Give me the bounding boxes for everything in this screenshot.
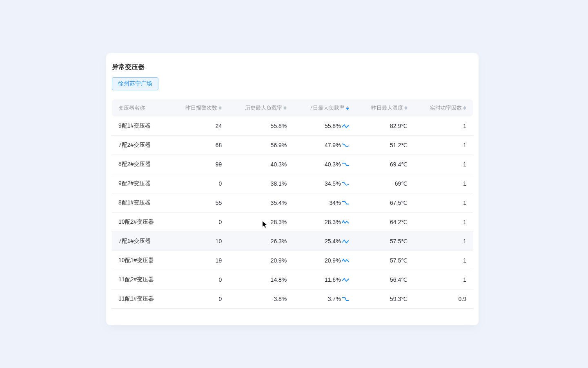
temp-cell: 64.2℃ (356, 213, 414, 232)
transformer-table: 变压器名称昨日报警次数历史最大负载率7日最大负载率昨日最大温度实时功率因数 9配… (112, 99, 473, 309)
sparkline-icon (342, 277, 349, 282)
pf-cell: 1 (414, 251, 473, 270)
column-header[interactable]: 实时功率因数 (414, 99, 473, 117)
hist-max-cell: 14.8% (228, 270, 293, 289)
table-row[interactable]: 11配1#变压器03.8%3.7%59.3℃0.9 (112, 289, 473, 309)
name-cell: 7配2#变压器 (112, 136, 170, 155)
sort-icon[interactable] (463, 106, 466, 110)
sparkline-icon (342, 123, 349, 128)
name-cell: 10配2#变压器 (112, 213, 170, 232)
column-label: 变压器名称 (118, 104, 145, 112)
alarms-cell: 55 (170, 193, 229, 213)
d7-max-value: 3.7% (328, 296, 341, 302)
sort-icon[interactable] (218, 106, 222, 110)
name-cell: 10配1#变压器 (112, 251, 170, 270)
d7-max-cell: 34% (293, 193, 355, 213)
location-tag[interactable]: 徐州苏宁广场 (112, 77, 158, 90)
temp-cell: 51.2℃ (356, 136, 414, 155)
temp-cell: 57.5℃ (356, 251, 414, 270)
sort-icon[interactable] (404, 106, 408, 110)
column-label: 实时功率因数 (430, 104, 462, 112)
pf-cell: 1 (414, 213, 473, 232)
name-cell: 8配1#变压器 (112, 193, 170, 213)
pf-cell: 1 (414, 232, 473, 251)
d7-max-value: 55.8% (325, 123, 341, 129)
alarms-cell: 24 (170, 117, 229, 136)
column-header[interactable]: 昨日最大温度 (356, 99, 414, 117)
table-header-row: 变压器名称昨日报警次数历史最大负载率7日最大负载率昨日最大温度实时功率因数 (112, 99, 473, 117)
table-row[interactable]: 9配1#变压器2455.8%55.8%82.9℃1 (112, 117, 473, 136)
alarms-cell: 99 (170, 155, 229, 174)
d7-max-value: 20.9% (325, 257, 341, 264)
d7-max-value: 28.3% (325, 219, 341, 225)
table-row[interactable]: 10配2#变压器028.3%28.3%64.2℃1 (112, 213, 473, 232)
pf-cell: 1 (414, 174, 473, 193)
hist-max-cell: 26.3% (228, 232, 293, 251)
table-body: 9配1#变压器2455.8%55.8%82.9℃17配2#变压器6856.9%4… (112, 117, 473, 309)
alarms-cell: 0 (170, 289, 229, 309)
abnormal-transformer-card: 异常变压器 徐州苏宁广场 变压器名称昨日报警次数历史最大负载率7日最大负载率昨日… (106, 53, 479, 325)
pf-cell: 1 (414, 193, 473, 213)
table-row[interactable]: 7配1#变压器1026.3%25.4%57.5℃1 (112, 232, 473, 251)
table-row[interactable]: 8配1#变压器5535.4%34%67.5℃1 (112, 193, 473, 213)
d7-max-value: 47.9% (325, 142, 341, 148)
table-row[interactable]: 10配1#变压器1920.9%20.9%57.5℃1 (112, 251, 473, 270)
d7-max-cell: 25.4% (293, 232, 355, 251)
d7-max-cell: 11.6% (293, 270, 355, 289)
table-row[interactable]: 8配2#变压器9940.3%40.3%69.4℃1 (112, 155, 473, 174)
column-label: 7日最大负载率 (310, 104, 344, 112)
sparkline-icon (342, 220, 349, 224)
name-cell: 9配2#变压器 (112, 174, 170, 193)
column-header[interactable]: 昨日报警次数 (170, 99, 229, 117)
hist-max-cell: 3.8% (228, 289, 293, 309)
d7-max-cell: 40.3% (293, 155, 355, 174)
sparkline-icon (342, 258, 349, 263)
hist-max-cell: 56.9% (228, 136, 293, 155)
temp-cell: 56.4℃ (356, 270, 414, 289)
d7-max-value: 40.3% (325, 161, 341, 168)
d7-max-cell: 28.3% (293, 213, 355, 232)
sort-icon[interactable] (283, 106, 287, 110)
column-header: 变压器名称 (112, 99, 170, 117)
alarms-cell: 0 (170, 213, 229, 232)
d7-max-value: 34% (330, 200, 341, 206)
pf-cell: 1 (414, 155, 473, 174)
table-row[interactable]: 9配2#变压器038.1%34.5%69℃1 (112, 174, 473, 193)
hist-max-cell: 35.4% (228, 193, 293, 213)
column-header[interactable]: 历史最大负载率 (228, 99, 293, 117)
sparkline-icon (342, 239, 349, 244)
hist-max-cell: 40.3% (228, 155, 293, 174)
sort-icon[interactable] (346, 106, 349, 110)
temp-cell: 69.4℃ (356, 155, 414, 174)
name-cell: 11配1#变压器 (112, 289, 170, 309)
column-header[interactable]: 7日最大负载率 (293, 99, 355, 117)
name-cell: 9配1#变压器 (112, 117, 170, 136)
temp-cell: 59.3℃ (356, 289, 414, 309)
pf-cell: 0.9 (414, 289, 473, 309)
d7-max-cell: 34.5% (293, 174, 355, 193)
table-row[interactable]: 11配2#变压器014.8%11.6%56.4℃1 (112, 270, 473, 289)
pf-cell: 1 (414, 136, 473, 155)
sparkline-icon (342, 181, 349, 186)
table-row[interactable]: 7配2#变压器6856.9%47.9%51.2℃1 (112, 136, 473, 155)
d7-max-cell: 47.9% (293, 136, 355, 155)
column-label: 昨日最大温度 (371, 104, 403, 112)
sparkline-icon (342, 200, 349, 205)
d7-max-cell: 55.8% (293, 117, 355, 136)
d7-max-cell: 3.7% (293, 289, 355, 309)
alarms-cell: 0 (170, 174, 229, 193)
name-cell: 8配2#变压器 (112, 155, 170, 174)
alarms-cell: 10 (170, 232, 229, 251)
alarms-cell: 19 (170, 251, 229, 270)
hist-max-cell: 20.9% (228, 251, 293, 270)
pf-cell: 1 (414, 117, 473, 136)
column-label: 历史最大负载率 (245, 104, 282, 112)
temp-cell: 69℃ (356, 174, 414, 193)
d7-max-value: 34.5% (325, 180, 341, 187)
name-cell: 11配2#变压器 (112, 270, 170, 289)
hist-max-cell: 38.1% (228, 174, 293, 193)
hist-max-cell: 28.3% (228, 213, 293, 232)
sparkline-icon (342, 162, 349, 167)
card-title: 异常变压器 (106, 53, 479, 77)
d7-max-value: 11.6% (325, 276, 341, 283)
